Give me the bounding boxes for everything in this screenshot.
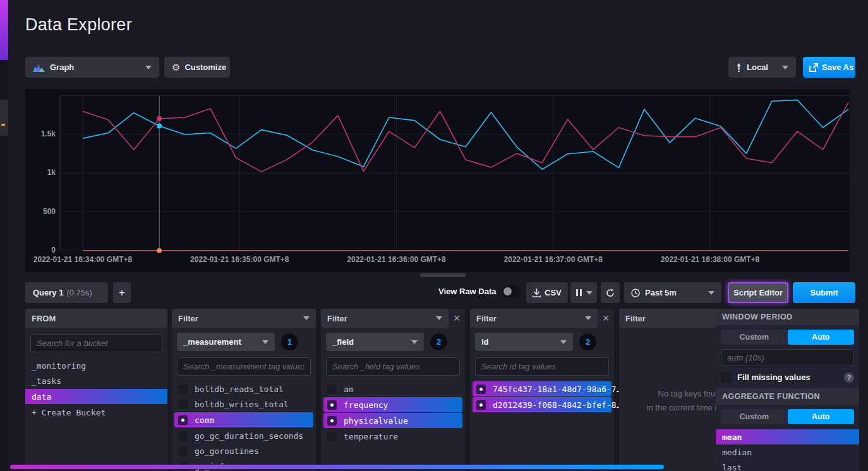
fill-missing-values-label: Fill missing values [737, 373, 811, 382]
aggregate-function-title: AGGREGATE FUNCTION [716, 388, 859, 405]
view-raw-data-toggle[interactable] [502, 285, 521, 297]
chart-canvas [25, 89, 850, 271]
checkbox-icon[interactable] [178, 446, 188, 456]
horizontal-scrollbar[interactable] [10, 465, 664, 469]
aggregate-function-row[interactable]: median [716, 444, 859, 460]
nav-rail-logo-strip[interactable] [0, 0, 8, 60]
bucket-list: _monitoring_tasksdata [25, 358, 167, 404]
y-axis-tick-label: 1k [29, 168, 56, 177]
fill-missing-values-checkbox[interactable] [721, 372, 732, 383]
chevron-down-icon [585, 316, 591, 320]
tag-value-row[interactable]: d2012439-f068-4842-bfef-8… [473, 397, 612, 412]
aggregate-function-row[interactable]: mean [716, 429, 859, 444]
tag-value-search-input[interactable] [177, 357, 311, 376]
close-icon[interactable]: × [449, 309, 465, 328]
checkbox-icon[interactable] [178, 385, 188, 394]
tag-value-search-input[interactable] [326, 357, 460, 376]
submit-button[interactable]: Submit [793, 282, 855, 303]
tag-value-row[interactable]: go_gc_duration_seconds [172, 428, 316, 443]
tag-value-row[interactable]: 745fc437-18a1-48d7-98a6-7… [473, 381, 612, 396]
nav-rail-item[interactable] [0, 100, 8, 136]
bucket-search-input[interactable] [30, 334, 162, 352]
pause-button[interactable] [570, 282, 597, 303]
tag-value-row[interactable]: am [321, 381, 465, 396]
window-period-toggle: Custom Auto [721, 330, 854, 345]
checkbox-checked-icon[interactable] [178, 415, 188, 425]
script-editor-button[interactable]: Script Editor [728, 282, 788, 303]
tag-value-label: temperature [344, 432, 398, 441]
window-period-input[interactable] [721, 349, 854, 366]
write-target-dropdown[interactable]: Local [728, 57, 796, 78]
time-range-dropdown[interactable]: Past 5m [624, 282, 721, 303]
query-options-panel: WINDOW PERIOD Custom Auto Fill missing v… [716, 309, 859, 471]
download-csv-button[interactable]: CSV [526, 282, 568, 303]
tag-value-label: frequency [344, 400, 388, 410]
tag-value-row[interactable]: frequency [323, 397, 462, 412]
nav-rail-marker [1, 124, 5, 126]
window-auto-option[interactable]: Auto [788, 330, 855, 345]
tag-value-row[interactable]: boltdb_reads_total [172, 381, 316, 396]
checkbox-checked-icon[interactable] [476, 385, 486, 394]
time-series-chart[interactable]: 05001k1.5k 2022-01-21 16:34:00 GMT+82022… [25, 89, 850, 271]
tag-value-row[interactable]: temperature [321, 429, 465, 444]
tag-value-label: comm [195, 415, 214, 425]
tag-value-search-input[interactable] [475, 357, 609, 376]
query-tab-name: Query 1 [33, 288, 63, 297]
toggle-knob [503, 287, 512, 295]
checkbox-checked-icon[interactable] [327, 416, 337, 426]
checkbox-checked-icon[interactable] [327, 400, 337, 410]
aggregate-auto-option[interactable]: Auto [788, 409, 855, 424]
checkbox-icon[interactable] [178, 400, 188, 409]
clock-icon [631, 289, 640, 297]
panel-resize-handle[interactable] [420, 273, 466, 277]
bucket-row[interactable]: data [25, 389, 167, 404]
refresh-button[interactable] [601, 282, 620, 303]
tag-value-list: amfrequencyphysicalvaluetemperature [321, 381, 465, 444]
tag-key-dropdown[interactable]: id [475, 333, 573, 351]
save-as-button[interactable]: Save As [803, 57, 855, 78]
tag-value-row[interactable]: comm [174, 412, 313, 427]
aggregate-custom-option[interactable]: Custom [721, 409, 788, 424]
chevron-down-icon [411, 340, 418, 344]
checkbox-icon[interactable] [327, 432, 337, 441]
from-panel-header: FROM [25, 309, 167, 328]
aggregate-toggle: Custom Auto [721, 409, 854, 424]
visualization-type-label: Graph [50, 63, 74, 72]
aggregate-function-row[interactable]: last [716, 460, 859, 471]
refresh-icon [606, 289, 615, 297]
add-query-button[interactable]: + [113, 282, 131, 303]
customize-button[interactable]: ⚙ Customize [164, 57, 230, 78]
filter-panel-header[interactable]: Filter [470, 309, 598, 328]
query-duration: (0.75s) [66, 288, 92, 297]
checkbox-icon[interactable] [178, 431, 188, 441]
filter-panel-header[interactable]: Filter [172, 309, 316, 328]
chevron-down-icon [782, 66, 788, 69]
query-tab[interactable]: Query 1 (0.75s) [25, 282, 108, 303]
tag-value-label: am [344, 385, 354, 394]
window-custom-option[interactable]: Custom [721, 330, 788, 345]
tag-value-row[interactable]: physicalvalue [323, 413, 462, 428]
visualization-type-dropdown[interactable]: Graph [25, 57, 159, 78]
data-explorer-page: Data Explorer Graph ⚙ Customize Local [0, 0, 868, 471]
pause-icon [576, 289, 582, 296]
x-axis-tick-label: 2022-01-21 16:36:00 GMT+8 [347, 255, 445, 264]
create-bucket-button[interactable]: + Create Bucket [25, 405, 167, 420]
help-icon[interactable]: ? [844, 373, 854, 383]
tag-value-row[interactable]: go_goroutines [172, 443, 316, 458]
tag-value-label: go_goroutines [195, 446, 259, 456]
checkbox-checked-icon[interactable] [476, 400, 486, 410]
aggregate-function-list: meanmedianlast [716, 429, 859, 471]
bucket-row[interactable]: _tasks [25, 373, 167, 388]
x-axis-tick-label: 2022-01-21 16:37:00 GMT+8 [504, 255, 603, 264]
chevron-down-icon [708, 291, 714, 295]
close-icon[interactable]: × [598, 309, 614, 328]
tag-key-dropdown[interactable]: _field [326, 333, 424, 351]
checkbox-icon[interactable] [327, 385, 337, 394]
filter-panel-header[interactable]: Filter [321, 309, 449, 328]
filter-panel-field: Filter × _field 2 amfrequencyphysicalval… [321, 309, 465, 471]
bucket-row[interactable]: _monitoring [25, 358, 167, 373]
time-range-label: Past 5m [645, 288, 677, 297]
tag-value-row[interactable]: boltdb_writes_total [172, 396, 316, 412]
tag-value-label: 745fc437-18a1-48d7-98a6-7… [493, 385, 622, 394]
tag-key-dropdown[interactable]: _measurement [177, 333, 275, 351]
